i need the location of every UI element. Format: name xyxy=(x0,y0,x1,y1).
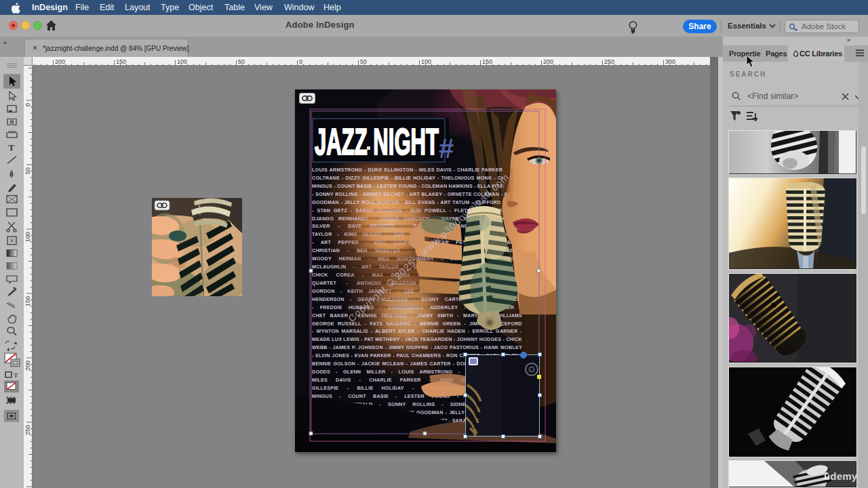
svg-text:200: 200 xyxy=(55,58,65,65)
svg-text:200: 200 xyxy=(24,361,31,371)
svg-text:0: 0 xyxy=(24,103,31,106)
svg-text:50: 50 xyxy=(360,58,367,65)
svg-text:100: 100 xyxy=(177,58,187,65)
svg-text:100: 100 xyxy=(421,58,431,65)
svg-text:50: 50 xyxy=(24,167,31,174)
svg-text:100: 100 xyxy=(24,232,31,242)
svg-text:50: 50 xyxy=(238,58,245,65)
svg-text:T: T xyxy=(8,143,15,152)
svg-text:250: 250 xyxy=(604,58,614,65)
svg-text:JAZZ NIGHT: JAZZ NIGHT xyxy=(315,120,439,163)
svg-text:0: 0 xyxy=(299,58,302,65)
svg-text:150: 150 xyxy=(24,296,31,306)
svg-text:T: T xyxy=(14,372,18,378)
svg-text:#: # xyxy=(439,134,454,163)
svg-text:250: 250 xyxy=(24,425,31,435)
svg-text:150: 150 xyxy=(482,58,492,65)
svg-text:200: 200 xyxy=(543,58,553,65)
svg-text:150: 150 xyxy=(116,58,126,65)
svg-text:300: 300 xyxy=(665,58,675,65)
